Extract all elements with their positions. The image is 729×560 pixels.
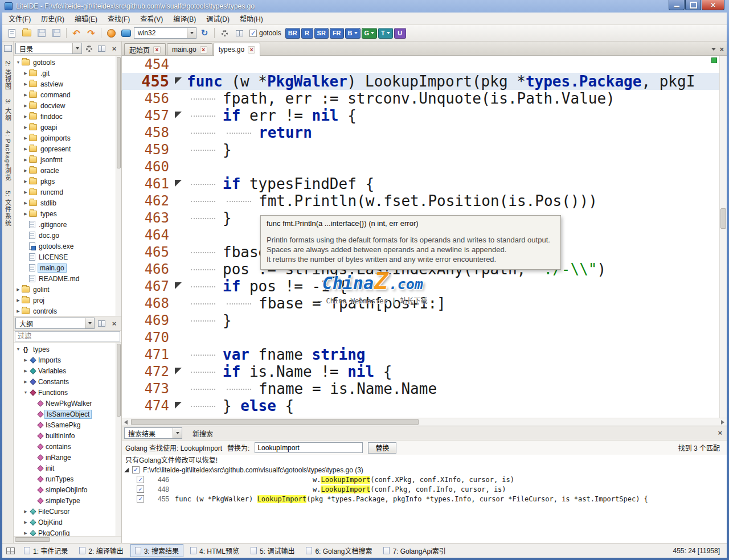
outline-row[interactable]: NewPkgWalker — [14, 398, 121, 409]
line-number[interactable]: 472 — [122, 363, 172, 380]
expand-arrow-icon[interactable]: ▶ — [15, 309, 22, 314]
file-tree-row[interactable]: ▶types — [14, 208, 121, 219]
file-tree-row[interactable]: ▶jsonfmt — [14, 154, 121, 165]
minimize-button[interactable] — [669, 0, 685, 10]
split-view-button[interactable] — [232, 26, 246, 40]
file-tree-row[interactable]: ▶.git — [14, 68, 121, 79]
scrollbar-thumb[interactable] — [15, 537, 50, 542]
expand-arrow-icon[interactable]: ▶ — [22, 104, 29, 108]
code-line[interactable]: 470 — [122, 329, 727, 346]
back-history-button[interactable] — [69, 26, 83, 40]
line-number[interactable]: 467 — [122, 278, 172, 295]
expand-arrow-icon[interactable]: ▶ — [22, 369, 29, 373]
code-line[interactable]: 473fname = is.Name.Name — [122, 380, 727, 397]
code-line[interactable]: 459} — [122, 141, 727, 158]
line-number[interactable]: 468 — [122, 295, 172, 312]
file-tree-scrollbar[interactable] — [116, 56, 121, 316]
menu-item[interactable]: 调试(D) — [201, 13, 235, 24]
outline-row[interactable]: builtinInfo — [14, 430, 121, 441]
file-tree-row[interactable]: ▶golint — [14, 284, 121, 295]
code-line[interactable]: 458return — [122, 124, 727, 141]
file-tree-row[interactable]: ▶goapi — [14, 122, 121, 133]
collapse-arrow-icon[interactable] — [124, 468, 129, 472]
outline-close-button[interactable] — [109, 318, 120, 329]
run-button-r[interactable]: R — [301, 28, 313, 39]
save-all-button[interactable] — [50, 26, 63, 40]
code-line[interactable]: 461if typesFindDef { — [122, 175, 727, 192]
scrollbar-thumb[interactable] — [117, 57, 121, 168]
tab-close-icon[interactable]: × — [248, 46, 255, 53]
line-number[interactable]: 466 — [122, 261, 172, 278]
menu-item[interactable]: 编辑(E) — [69, 13, 103, 24]
expand-arrow-icon[interactable]: ▶ — [22, 190, 29, 195]
close-tab-icon[interactable] — [719, 45, 724, 53]
outline-row[interactable]: ▶ObjKind — [14, 517, 121, 528]
expand-arrow-icon[interactable]: ▶ — [22, 520, 29, 525]
tab-close-icon[interactable]: × — [200, 46, 207, 53]
expand-arrow-icon[interactable]: ▶ — [22, 212, 29, 216]
side-strip-tab[interactable]: 4: Package浏览 — [3, 130, 13, 181]
outline-row[interactable]: IsSamePkg — [14, 419, 121, 430]
expand-arrow-icon[interactable]: ▶ — [22, 201, 29, 205]
expand-arrow-icon[interactable]: ▶ — [22, 114, 29, 119]
line-number[interactable]: 461 — [122, 175, 172, 192]
menu-item[interactable]: 帮助(H) — [235, 13, 268, 24]
code-line[interactable]: 455func (w *PkgWalker) LookupImport(pkg … — [122, 73, 727, 90]
search-result-row[interactable]: 455func (w *PkgWalker) LookupImport(pkg … — [124, 494, 727, 504]
expand-arrow-icon[interactable]: ▶ — [22, 509, 29, 514]
code-line[interactable]: 460 — [122, 158, 727, 175]
outline-view-combo[interactable]: 大纲 — [15, 318, 95, 329]
outline-row[interactable]: inRange — [14, 452, 121, 463]
replace-button[interactable]: 替换 — [368, 442, 396, 454]
search-result-row[interactable]: 446w.LookupImport(conf.XPkg, conf.XInfo,… — [124, 475, 727, 484]
outline-row[interactable]: IsSameObject — [14, 409, 121, 419]
file-tree-row[interactable]: ▶oracle — [14, 165, 121, 176]
line-number[interactable]: 473 — [122, 380, 172, 397]
expand-arrow-icon[interactable]: ▶ — [22, 158, 29, 162]
outline-tree-scrollbar[interactable] — [116, 343, 121, 536]
new-search-button[interactable]: 新搜索 — [188, 427, 218, 439]
output-tab[interactable]: 7: GolangApi索引 — [379, 544, 450, 557]
output-tab[interactable]: 2: 编译输出 — [75, 544, 128, 557]
run-button-u[interactable]: U — [394, 28, 406, 39]
output-tab[interactable]: 5: 调试输出 — [246, 544, 299, 557]
file-tree-row[interactable]: LICENSE — [14, 252, 121, 262]
outline-row[interactable]: ▶Imports — [14, 355, 121, 365]
settings-button[interactable] — [218, 26, 231, 40]
expand-arrow-icon[interactable]: ▶ — [22, 358, 29, 363]
file-tree-row[interactable]: ▶goimports — [14, 133, 121, 143]
close-button[interactable] — [702, 0, 724, 10]
scroll-right-icon[interactable] — [721, 420, 724, 425]
gotools-checkbox[interactable]: gotools — [247, 29, 284, 37]
menu-item[interactable]: 文件(F) — [3, 13, 36, 24]
fold-marker-icon[interactable] — [175, 112, 182, 118]
code-line[interactable]: 454 — [122, 56, 727, 73]
file-tree-row[interactable]: README.md — [14, 273, 121, 284]
file-tree-row[interactable]: ▶stdlib — [14, 197, 121, 208]
line-number[interactable]: 454 — [122, 56, 172, 73]
code-line[interactable]: 456fpath, err := strconv.Unquote(is.Path… — [122, 90, 727, 107]
scrollbar-thumb[interactable] — [117, 344, 121, 417]
outline-row[interactable]: ▶Variables — [14, 365, 121, 376]
expand-arrow-icon[interactable]: ▶ — [15, 298, 22, 303]
open-folder-button[interactable] — [20, 26, 34, 40]
sidebar-hscrollbar[interactable] — [14, 536, 121, 543]
line-number[interactable]: 455 — [122, 73, 172, 90]
file-tree-row[interactable]: .gitignore — [14, 219, 121, 230]
line-number[interactable]: 456 — [122, 90, 172, 107]
new-file-button[interactable] — [5, 26, 19, 40]
file-tree-row[interactable]: ▶pkgs — [14, 176, 121, 187]
target-env-combo[interactable]: win32 — [134, 27, 196, 39]
line-number[interactable]: 465 — [122, 244, 172, 261]
side-strip-tab[interactable]: 2: 类视图 — [3, 61, 13, 90]
outline-filter-input[interactable] — [15, 331, 120, 341]
expand-arrow-icon[interactable]: ▶ — [15, 287, 22, 292]
line-number[interactable]: 469 — [122, 312, 172, 329]
replace-input[interactable] — [255, 442, 363, 453]
expand-arrow-icon[interactable]: ▶ — [22, 380, 29, 384]
output-tab[interactable]: 4: HTML预览 — [186, 544, 244, 557]
code-line[interactable]: 472if is.Name != nil { — [122, 363, 727, 380]
file-tree-row[interactable]: doc.go — [14, 230, 121, 241]
expand-arrow-icon[interactable]: ▶ — [22, 168, 29, 173]
output-view-combo[interactable]: 搜索结果 — [124, 427, 182, 439]
